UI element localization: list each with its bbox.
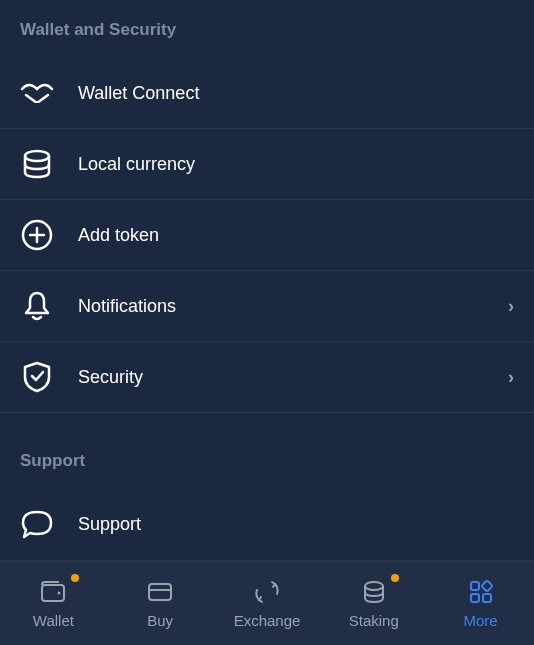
wallet-icon (39, 578, 67, 606)
nav-label: More (463, 612, 497, 629)
more-icon (467, 578, 495, 606)
nav-exchange[interactable]: Exchange (214, 578, 321, 629)
shield-icon (20, 360, 54, 394)
nav-label: Wallet (33, 612, 74, 629)
section-header-support: Support (0, 413, 534, 489)
nav-label: Staking (349, 612, 399, 629)
svg-point-5 (58, 591, 61, 594)
exchange-icon (253, 578, 281, 606)
currency-icon (20, 147, 54, 181)
item-label: Support (78, 514, 514, 535)
nav-buy[interactable]: Buy (107, 578, 214, 629)
wallet-connect-icon (20, 76, 54, 110)
chevron-right-icon: › (508, 367, 514, 388)
nav-staking[interactable]: Staking (320, 578, 427, 629)
card-icon (146, 578, 174, 606)
staking-icon (360, 578, 388, 606)
nav-wallet[interactable]: Wallet (0, 578, 107, 629)
item-label: Add token (78, 225, 514, 246)
item-label: Security (78, 367, 508, 388)
item-label: Wallet Connect (78, 83, 514, 104)
item-label: Notifications (78, 296, 508, 317)
nav-label: Buy (147, 612, 173, 629)
plus-circle-icon (20, 218, 54, 252)
section-header-wallet-security: Wallet and Security (0, 0, 534, 58)
settings-content: Wallet and Security Wallet Connect Local… (0, 0, 534, 560)
list-item-support[interactable]: Support (0, 489, 534, 559)
item-label: Local currency (78, 154, 514, 175)
chevron-right-icon: › (508, 296, 514, 317)
bottom-nav: Wallet Buy Exchange (0, 560, 534, 645)
list-item-wallet-connect[interactable]: Wallet Connect (0, 58, 534, 129)
svg-rect-11 (471, 594, 479, 602)
chat-icon (20, 507, 54, 541)
svg-point-0 (25, 151, 49, 161)
notification-badge (391, 574, 399, 582)
svg-rect-4 (42, 585, 64, 601)
list-item-notifications[interactable]: Notifications › (0, 271, 534, 342)
svg-rect-10 (481, 580, 492, 591)
list-item-add-token[interactable]: Add token (0, 200, 534, 271)
svg-rect-6 (149, 584, 171, 600)
bell-icon (20, 289, 54, 323)
svg-rect-12 (483, 594, 491, 602)
list-item-local-currency[interactable]: Local currency (0, 129, 534, 200)
nav-more[interactable]: More (427, 578, 534, 629)
svg-point-8 (365, 582, 383, 590)
svg-rect-9 (471, 582, 479, 590)
nav-label: Exchange (234, 612, 301, 629)
list-item-security[interactable]: Security › (0, 342, 534, 413)
notification-badge (71, 574, 79, 582)
